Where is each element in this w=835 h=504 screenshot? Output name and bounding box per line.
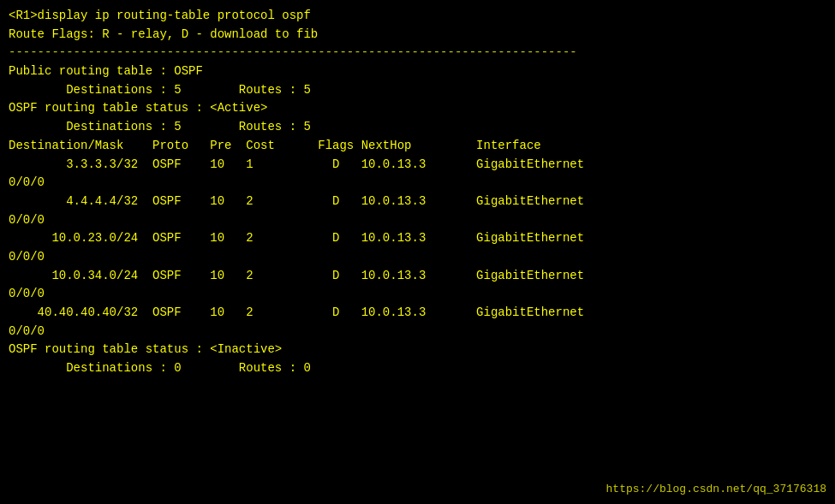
terminal-line-2: ----------------------------------------… [9,44,826,62]
terminal-line-13: 4.4.4.4/32 OSPF 10 2 D 10.0.13.3 Gigabit… [9,193,826,211]
terminal-line-14: 0/0/0 [9,211,826,230]
terminal-line-17: 10.0.34.0/24 OSPF 10 2 D 10.0.13.3 Gigab… [9,267,826,286]
terminal-line-23: Destinations : 0 Routes : 0 [9,359,826,378]
watermark: https://blog.csdn.net/qq_37176318 [606,483,826,495]
terminal-line-15: 10.0.23.0/24 OSPF 10 2 D 10.0.13.3 Gigab… [9,229,826,248]
terminal-window: <R1>display ip routing-table protocol os… [0,0,835,504]
terminal-line-12: 0/0/0 [9,174,826,193]
terminal-line-9: Destination/Mask Proto Pre Cost Flags Ne… [9,137,826,156]
terminal-line-22: OSPF routing table status : <Inactive> [9,341,826,359]
terminal-line-0: <R1>display ip routing-table protocol os… [9,7,826,26]
terminal-line-3: Public routing table : OSPF [9,62,826,81]
terminal-line-1: Route Flags: R - relay, D - download to … [9,26,826,44]
terminal-line-7: Destinations : 5 Routes : 5 [9,118,826,137]
terminal-line-16: 0/0/0 [9,248,826,267]
terminal-line-20: 0/0/0 [9,323,826,341]
terminal-line-4: Destinations : 5 Routes : 5 [9,81,826,100]
terminal-line-6: OSPF routing table status : <Active> [9,99,826,118]
terminal-line-11: 3.3.3.3/32 OSPF 10 1 D 10.0.13.3 Gigabit… [9,156,826,175]
terminal-line-19: 40.40.40.40/32 OSPF 10 2 D 10.0.13.3 Gig… [9,304,826,323]
terminal-line-18: 0/0/0 [9,285,826,304]
